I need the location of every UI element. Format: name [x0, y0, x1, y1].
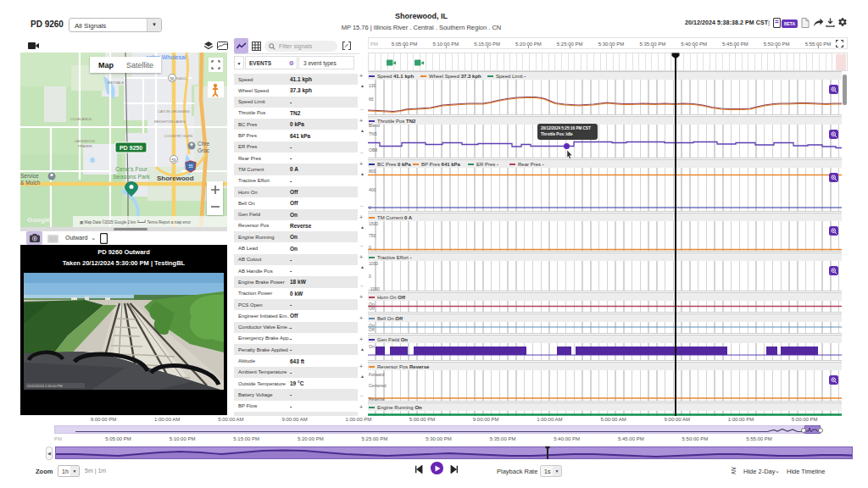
- svg-text:59: 59: [171, 158, 176, 163]
- svg-text:COUNTRY GLEN: COUNTRY GLEN: [164, 134, 192, 138]
- svg-text:PRAIRIE: PRAIRIE: [78, 144, 92, 148]
- svg-text:Map: Map: [98, 61, 114, 69]
- svg-text:55: 55: [188, 164, 193, 169]
- svg-text:METVALE: METVALE: [108, 80, 124, 85]
- svg-text:56: 56: [170, 77, 175, 81]
- svg-text:PD 9250: PD 9250: [120, 145, 142, 151]
- svg-text:CATON CROSSING: CATON CROSSING: [158, 109, 190, 114]
- svg-text:Satellite: Satellite: [126, 61, 153, 69]
- svg-text:Google: Google: [27, 216, 51, 224]
- svg-text:Cene's Four: Cene's Four: [115, 166, 148, 172]
- svg-text:CLUBLANDS: CLUBLANDS: [70, 117, 92, 121]
- svg-text:20/12/2024 5:30:00 PM: 20/12/2024 5:30:00 PM: [27, 384, 63, 388]
- svg-text:LAKEWOOD: LAKEWOOD: [75, 139, 95, 143]
- svg-text:Seasons Park: Seasons Park: [113, 174, 150, 180]
- svg-text:& Mulch: & Mulch: [20, 180, 41, 186]
- svg-text:BRIGHTON LAKES: BRIGHTON LAKES: [154, 119, 186, 124]
- svg-text:Shorewood: Shorewood: [157, 175, 194, 182]
- svg-text:Service: Service: [20, 173, 39, 179]
- svg-text:▦ Map Data ©2025 Google 2: ▦ Map Data ©2025 Google 2 km ┗━━┛ Terms …: [80, 219, 192, 225]
- svg-text:Chre: Chre: [198, 141, 209, 147]
- svg-text:Groc: Groc: [198, 147, 210, 153]
